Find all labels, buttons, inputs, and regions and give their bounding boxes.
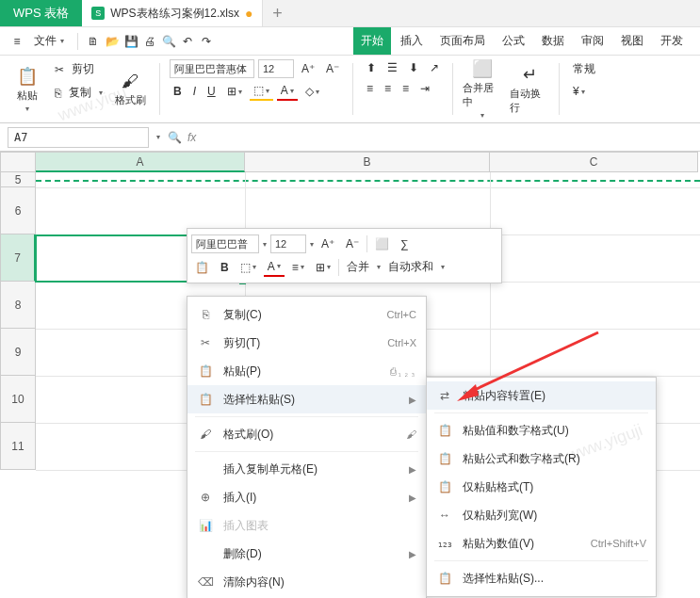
col-header-a[interactable]: A [36,152,245,172]
decrease-font-icon[interactable]: A⁻ [322,60,343,77]
row-header-11[interactable]: 11 [0,423,36,470]
undo-icon[interactable]: ↶ [180,34,195,49]
row-header-10[interactable]: 10 [0,376,36,423]
tab-data[interactable]: 数据 [534,27,572,55]
copy-icon: ⎘ [55,87,61,100]
format-painter-button[interactable]: 🖌 格式刷 [110,59,150,119]
font-color-button[interactable]: A▾ [277,82,298,101]
chevron-right-icon: ▶ [409,395,416,405]
select-all-corner[interactable] [0,152,36,172]
align-center-icon[interactable]: ≡ [381,80,395,97]
mini-fill-button[interactable]: ⬚▾ [236,259,260,276]
document-tab[interactable]: S WPS表格练习案例12.xlsx ● [82,0,263,26]
align-top-icon[interactable]: ⬆ [363,59,380,76]
name-box[interactable]: A7 [8,127,149,148]
open-icon[interactable]: 📂 [105,34,120,49]
align-left-icon[interactable]: ≡ [363,80,377,97]
cm-copy[interactable]: ⎘ 复制(C) Ctrl+C [187,300,426,329]
cm-cut[interactable]: ✂ 剪切(T) Ctrl+X [187,329,426,357]
number-format-select[interactable]: 常规 [569,59,599,79]
border-button[interactable]: ⊞▾ [223,83,246,100]
cut-button[interactable]: 剪切 [68,59,98,79]
orientation-icon[interactable]: ↗ [426,59,443,76]
col-header-b[interactable]: B [245,152,490,172]
tab-review[interactable]: 审阅 [574,27,611,55]
brush-icon: 🖌 [197,428,214,441]
sm-paste-special[interactable]: 📋 选择性粘贴(S)... [427,564,656,592]
tab-insert[interactable]: 插入 [393,27,431,55]
chevron-right-icon: ▶ [409,493,416,503]
col-header-c[interactable]: C [490,152,698,172]
tab-dev[interactable]: 开发 [653,27,691,55]
row-header-5[interactable]: 5 [0,172,36,187]
clear-format-button[interactable]: ◇▾ [301,83,323,100]
tab-start[interactable]: 开始 [353,27,391,55]
print-icon[interactable]: 🖨 [142,34,157,49]
underline-button[interactable]: U [203,83,220,100]
sm-as-value[interactable]: ₁₂₃ 粘贴为数值(V) Ctrl+Shift+V [427,529,656,558]
insert-icon: ⊕ [197,491,214,504]
mini-border-button[interactable]: ⊞▾ [312,259,334,276]
hamburger-icon[interactable]: ≡ [9,34,24,49]
align-middle-icon[interactable]: ☰ [383,59,401,76]
row-header-7[interactable]: 7 [0,234,36,282]
cm-delete[interactable]: 删除(D) ▶ [187,540,426,568]
paste-button[interactable]: 📋 粘贴▾ [8,59,47,119]
auto-wrap-button[interactable]: ↵ 自动换行 [510,59,549,119]
mini-unmerge-icon[interactable]: ⬜ [371,235,393,252]
currency-button[interactable]: ¥▾ [569,83,589,100]
tab-view[interactable]: 视图 [613,27,651,55]
new-tab-button[interactable]: + [263,0,291,26]
cm-clear[interactable]: ⌫ 清除内容(N) [187,568,426,596]
align-right-icon[interactable]: ≡ [399,80,413,97]
mini-bold-button[interactable]: B [217,259,233,276]
row-header-8[interactable]: 8 [0,282,36,329]
redo-icon[interactable]: ↷ [199,34,214,49]
mini-sum-icon[interactable]: ∑ [397,235,413,252]
sm-column-width[interactable]: ↔ 仅粘贴列宽(W) [427,501,656,529]
file-menu[interactable]: 文件▾ [28,33,70,49]
copy-button[interactable]: 复制 [65,83,95,103]
font-size-select[interactable]: 12 [258,59,294,78]
cm-format-painter[interactable]: 🖌 格式刷(O) 🖌 [187,420,426,448]
mini-merge-button[interactable]: 合并 [343,257,373,277]
mini-decrease-font-icon[interactable]: A⁻ [342,235,363,252]
mini-font-color-button[interactable]: A▾ [264,258,285,277]
print-preview-icon[interactable]: 🔍 [161,34,176,49]
mini-autosum-button[interactable]: 自动求和 [384,257,437,277]
fill-color-button[interactable]: ⬚▾ [250,82,273,101]
sm-format-only[interactable]: 📋 仅粘贴格式(T) [427,473,656,501]
new-doc-icon[interactable]: 🗎 [86,34,101,49]
eraser-icon: ⌫ [197,575,214,589]
cm-insert[interactable]: ⊕ 插入(I) ▶ [187,483,426,511]
search-icon[interactable]: 🔍 [168,131,182,144]
sm-transpose[interactable]: ⇄ 粘贴内容转置(E) [427,381,656,410]
cm-paste-special[interactable]: 📋 选择性粘贴(S) ▶ [187,385,426,413]
row-header-9[interactable]: 9 [0,329,36,376]
cm-paste[interactable]: 📋 粘贴(P) ⎙₁₂₃ [187,357,426,385]
indent-icon[interactable]: ⇥ [416,80,433,97]
mini-increase-font-icon[interactable]: A⁺ [317,235,338,252]
paste-special-icon: 📋 [436,572,453,585]
row-header-6[interactable]: 6 [0,187,36,234]
sm-values-number[interactable]: 📋 粘贴值和数字格式(U) [427,416,656,444]
font-select[interactable]: 阿里巴巴普惠体 [170,59,254,78]
cm-insert-copied[interactable]: 插入复制单元格(E) ▶ [187,455,426,483]
mini-font-select[interactable]: 阿里巴巴普 [191,234,259,253]
mini-clipboard-icon[interactable]: 📋 [191,259,213,276]
increase-font-icon[interactable]: A⁺ [298,60,318,77]
mini-toolbar: 阿里巴巴普▾ 12▾ A⁺ A⁻ ⬜ ∑ 📋 B ⬚▾ A▾ ≡▾ ⊞▾ 合并▾… [187,228,502,283]
fx-label[interactable]: fx [187,131,196,144]
tab-formula[interactable]: 公式 [495,27,532,55]
save-icon[interactable]: 💾 [123,34,138,49]
menubar: ≡ 文件▾ 🗎 📂 💾 🖨 🔍 ↶ ↷ 开始 插入 页面布局 公式 数据 审阅 … [0,27,700,56]
sm-formula-number[interactable]: 📋 粘贴公式和数字格式(R) [427,444,656,473]
merge-center-button[interactable]: ⬜ 合并居中▾ [463,59,502,119]
mini-align-button[interactable]: ≡▾ [288,259,308,276]
tab-page-layout[interactable]: 页面布局 [432,27,493,55]
align-bottom-icon[interactable]: ⬇ [405,59,422,76]
bold-button[interactable]: B [170,83,186,100]
tab-title: WPS表格练习案例12.xlsx [110,6,239,22]
mini-size-select[interactable]: 12 [270,234,306,253]
italic-button[interactable]: I [189,83,200,100]
